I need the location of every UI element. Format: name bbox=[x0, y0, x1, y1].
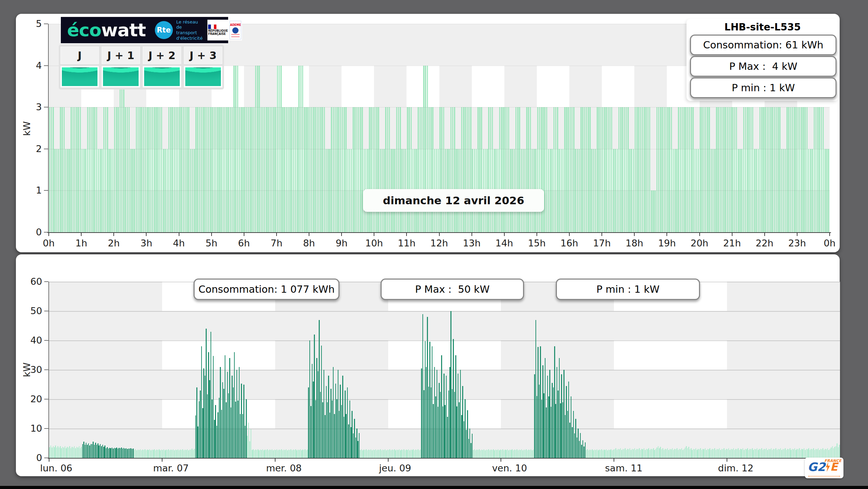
bar bbox=[286, 107, 287, 232]
bar bbox=[645, 107, 647, 232]
bar bbox=[501, 107, 502, 232]
bar bbox=[119, 448, 120, 458]
bar bbox=[597, 107, 598, 232]
bar bbox=[495, 450, 496, 458]
bar bbox=[136, 107, 137, 232]
bar bbox=[362, 107, 363, 232]
x-tick bbox=[49, 459, 49, 462]
republique-francaise-ademe-logo: RÉPUBLIQUE FRANÇAISE ADEME bbox=[207, 20, 242, 40]
checker-cell bbox=[275, 340, 388, 370]
bar bbox=[752, 448, 753, 458]
bar bbox=[49, 447, 50, 458]
bar bbox=[233, 387, 234, 458]
bar bbox=[192, 449, 193, 458]
bar bbox=[207, 394, 208, 458]
bar bbox=[654, 190, 656, 232]
bar bbox=[465, 107, 466, 232]
bar bbox=[500, 450, 501, 458]
bar bbox=[503, 107, 504, 232]
bar bbox=[544, 107, 545, 232]
day-button-j[interactable]: J bbox=[60, 47, 99, 64]
bar bbox=[771, 448, 772, 458]
bar bbox=[129, 107, 130, 232]
bar bbox=[153, 450, 154, 458]
x-tick bbox=[388, 459, 389, 462]
bar bbox=[124, 449, 125, 458]
y-tick-label: 40 bbox=[24, 335, 42, 346]
bar bbox=[521, 449, 522, 458]
bar bbox=[748, 107, 750, 232]
bar bbox=[716, 107, 717, 232]
y-tick bbox=[44, 311, 48, 311]
bar bbox=[620, 107, 622, 232]
checker-row bbox=[49, 370, 840, 399]
bar bbox=[120, 448, 121, 458]
bar bbox=[690, 449, 691, 458]
bar bbox=[353, 107, 354, 232]
bar bbox=[293, 107, 295, 232]
bar bbox=[115, 448, 116, 458]
bar bbox=[739, 450, 740, 458]
ecowatt-gauge-j2[interactable] bbox=[143, 66, 181, 87]
bar bbox=[215, 405, 216, 458]
ecowatt-gauge-j3[interactable] bbox=[184, 66, 222, 87]
ecowatt-gauge-j1[interactable] bbox=[102, 66, 140, 87]
bar bbox=[665, 107, 667, 232]
day-button-j2[interactable]: J + 2 bbox=[143, 47, 181, 64]
bar bbox=[172, 450, 173, 458]
bar bbox=[571, 107, 573, 232]
bar bbox=[351, 427, 352, 458]
day-button-j3[interactable]: J + 3 bbox=[184, 47, 222, 64]
bar bbox=[567, 411, 568, 458]
bar bbox=[101, 446, 102, 458]
top-chart-panel: 0h1h2h3h4h5h6h7h8h9h10h11h12h13h14h15h16… bbox=[16, 14, 840, 252]
bar bbox=[778, 449, 779, 458]
stat-consumption-day: Consommation: 61 kWh bbox=[690, 35, 837, 55]
bar bbox=[561, 374, 562, 458]
bar bbox=[439, 107, 441, 232]
bar bbox=[565, 415, 566, 458]
bar bbox=[489, 450, 491, 458]
bar bbox=[754, 449, 755, 458]
checker-cell bbox=[439, 66, 472, 107]
bar bbox=[92, 444, 93, 458]
bar bbox=[116, 448, 117, 458]
bar bbox=[127, 107, 128, 232]
x-tick-label: jeu. 09 bbox=[379, 463, 435, 473]
bar bbox=[338, 107, 339, 232]
bar bbox=[99, 445, 100, 458]
bar bbox=[156, 450, 157, 458]
day-button-j1[interactable]: J + 1 bbox=[102, 47, 140, 64]
bar bbox=[288, 450, 289, 458]
y-tick-label: 5 bbox=[26, 18, 42, 29]
bar bbox=[262, 449, 263, 458]
bar bbox=[157, 107, 159, 232]
bar bbox=[314, 335, 315, 458]
bar bbox=[319, 320, 320, 458]
bar bbox=[796, 449, 797, 458]
bar bbox=[607, 450, 608, 458]
bar bbox=[199, 401, 200, 458]
bar bbox=[269, 450, 270, 458]
bar bbox=[330, 389, 332, 458]
bar bbox=[286, 449, 287, 458]
x-tick bbox=[666, 233, 667, 236]
bar bbox=[745, 107, 746, 232]
bar bbox=[791, 450, 792, 458]
y-tick-label: 50 bbox=[24, 305, 42, 316]
bottom-strip bbox=[0, 486, 868, 489]
bar bbox=[261, 107, 262, 232]
bar bbox=[825, 449, 826, 458]
bar bbox=[537, 107, 539, 232]
x-tick-label: 23h bbox=[783, 238, 811, 248]
bar bbox=[708, 449, 709, 458]
bar bbox=[55, 445, 56, 458]
bar bbox=[63, 448, 64, 458]
bar bbox=[159, 449, 160, 458]
bar bbox=[306, 450, 307, 458]
ecowatt-gauge-j[interactable] bbox=[60, 66, 99, 87]
bar bbox=[419, 450, 420, 458]
bar bbox=[81, 447, 82, 458]
bar bbox=[275, 107, 276, 232]
bar bbox=[421, 107, 423, 232]
